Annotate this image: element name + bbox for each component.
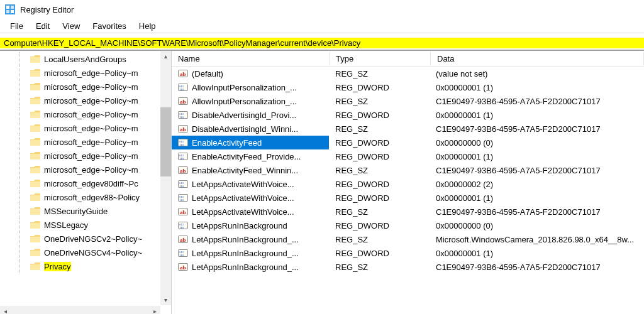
tree-item-label: Privacy [44,262,71,271]
tree-item-label: microsoft_edge~Policy~m [44,68,138,78]
address-path[interactable]: Computer\HKEY_LOCAL_MACHINE\SOFTWARE\Mic… [0,38,644,48]
address-bar[interactable]: Computer\HKEY_LOCAL_MACHINE\SOFTWARE\Mic… [0,35,644,50]
tree-vscrollbar[interactable]: ▴ ▾ [160,51,171,305]
svg-rect-4 [11,10,14,13]
svg-text:110: 110 [179,254,184,257]
column-type[interactable]: Type [330,52,431,65]
value-data: C1E90497-93B6-4595-A7A5-F2D200C71017 [430,95,644,108]
svg-text:ab: ab [180,126,186,133]
tree-item[interactable]: microsoft_edge~Policy~m [0,163,171,176]
tree-item[interactable]: OneDriveNGSCv4~Policy~ [0,246,171,259]
tree-item[interactable]: microsoft_edge~Policy~m [0,94,171,107]
tree-item[interactable]: MSSLegacy [0,218,171,232]
reg-sz-icon: ab [178,207,188,217]
value-row[interactable]: 011110EnableActivityFeed_Provide...REG_D… [172,149,644,163]
folder-icon [30,55,40,63]
tree-item-label: microsoft_edgev80diff~Pc [44,179,138,188]
reg-dword-icon: 011110 [178,138,188,148]
tree-item[interactable]: LocalUsersAndGroups [0,52,171,66]
regedit-icon [5,4,15,14]
value-name: LetAppsRunInBackground_... [192,263,299,272]
svg-text:ab: ab [180,71,186,77]
value-type: REG_DWORD [329,247,430,260]
tree-item[interactable]: MSSecurityGuide [0,204,171,218]
value-data: Microsoft.WindowsCamera_2018.826.98.0_x6… [430,233,644,246]
value-row[interactable]: ab(Default)REG_SZ(value not set) [172,67,644,80]
value-row[interactable]: 011110LetAppsRunInBackground_...REG_DWOR… [172,246,644,260]
menu-edit[interactable]: Edit [30,20,56,32]
column-data[interactable]: Data [431,52,644,65]
tree-item[interactable]: Privacy [0,259,171,273]
folder-icon [30,97,40,105]
tree-item-label: MSSLegacy [44,220,88,230]
value-type: REG_SZ [329,233,430,246]
menu-favorites[interactable]: Favorites [86,20,132,32]
menu-help[interactable]: Help [133,20,162,32]
folder-icon [30,221,40,229]
tree-item[interactable]: microsoft_edge~Policy~m [0,121,171,135]
value-name: LetAppsRunInBackground [192,221,287,230]
value-name: EnableActivityFeed_Winnin... [192,166,298,175]
value-data: C1E90497-93B6-4595-A7A5-F2D200C71017 [430,205,644,219]
value-data: C1E90497-93B6-4595-A7A5-F2D200C71017 [430,122,644,136]
value-row[interactable]: 011110LetAppsActivateWithVoice...REG_DWO… [172,177,644,191]
tree-hscrollbar[interactable]: ◂ ▸ [0,306,160,314]
value-row[interactable]: abLetAppsActivateWithVoice...REG_SZC1E90… [172,205,644,219]
value-name: EnableActivityFeed_Provide... [192,152,301,161]
value-data: 0x00000001 (1) [430,192,644,205]
value-name: LetAppsActivateWithVoice... [192,180,294,189]
scroll-up-icon[interactable]: ▴ [160,51,171,62]
folder-icon [30,249,40,257]
scroll-left-icon[interactable]: ◂ [0,306,11,314]
menu-view[interactable]: View [56,20,86,32]
value-name: AllowInputPersonalization_... [192,83,297,92]
value-row[interactable]: 011110LetAppsActivateWithVoice...REG_DWO… [172,191,644,205]
reg-dword-icon: 011110 [178,82,188,92]
value-type: REG_DWORD [329,150,430,163]
value-data: C1E90497-93B6-4595-A7A5-F2D200C71017 [430,164,644,177]
tree-item[interactable]: microsoft_edge~Policy~m [0,149,171,163]
value-row[interactable]: abLetAppsRunInBackground_...REG_SZC1E904… [172,260,644,274]
tree-item[interactable]: microsoft_edge~Policy~m [0,107,171,121]
svg-text:110: 110 [179,88,184,91]
tree-item[interactable]: microsoft_edge~Policy~m [0,135,171,149]
reg-sz-icon: ab [178,68,188,78]
svg-text:ab: ab [180,237,186,243]
value-row[interactable]: 011110AllowInputPersonalization_...REG_D… [172,80,644,94]
tree-item-label: microsoft_edge~Policy~m [44,124,138,133]
value-row[interactable]: abAllowInputPersonalization_...REG_SZC1E… [172,94,644,108]
value-row[interactable]: abEnableActivityFeed_Winnin...REG_SZC1E9… [172,163,644,177]
scroll-right-icon[interactable]: ▸ [150,306,160,314]
value-row[interactable]: 011110LetAppsRunInBackgroundREG_DWORD0x0… [172,219,644,232]
scroll-down-icon[interactable]: ▾ [160,295,171,305]
value-row[interactable]: abDisableAdvertisingId_Winni...REG_SZC1E… [172,122,644,136]
svg-text:110: 110 [179,143,184,146]
tree-item[interactable]: microsoft_edgev80diff~Pc [0,176,171,190]
svg-text:ab: ab [180,99,186,105]
value-type: REG_DWORD [329,178,430,191]
tree-item[interactable]: OneDriveNGSCv2~Policy~ [0,232,171,246]
value-name: DisableAdvertisingId_Winni... [192,124,298,134]
value-row[interactable]: 011110EnableActivityFeedREG_DWORD0x00000… [172,136,644,149]
folder-icon [30,235,40,243]
svg-text:110: 110 [179,116,184,119]
value-type: REG_DWORD [329,81,430,94]
scroll-thumb[interactable] [160,107,171,176]
column-name[interactable]: Name [172,52,330,65]
value-data: 0x00000001 (1) [430,150,644,163]
values-panel: Name Type Data ab(Default)REG_SZ(value n… [172,51,644,314]
value-row[interactable]: abLetAppsRunInBackground_...REG_SZMicros… [172,232,644,246]
menu-file[interactable]: File [4,20,30,32]
reg-sz-icon: ab [178,165,188,175]
value-row[interactable]: 011110DisableAdvertisingId_Provi...REG_D… [172,108,644,122]
reg-dword-icon: 011110 [178,193,188,203]
reg-sz-icon: ab [178,96,188,106]
tree-item[interactable]: microsoft_edge~Policy~m [0,80,171,94]
folder-icon [30,180,40,188]
tree-item[interactable]: microsoft_edge~Policy~m [0,66,171,80]
value-type: REG_SZ [329,67,430,80]
value-data: 0x00000001 (1) [430,81,644,94]
value-type: REG_DWORD [329,192,430,205]
folder-icon [30,207,40,215]
tree-item[interactable]: microsoft_edgev88~Policy [0,190,171,204]
